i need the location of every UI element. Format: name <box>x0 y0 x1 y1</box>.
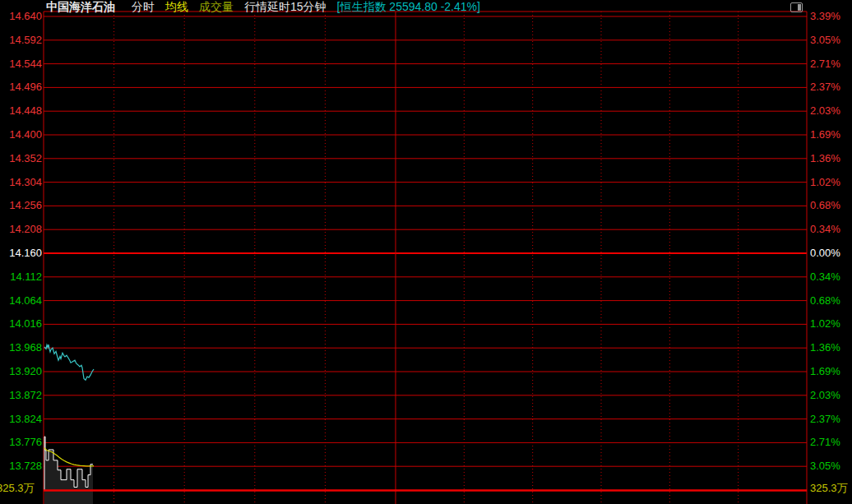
price-axis-label: 14.064 <box>9 295 42 307</box>
percent-axis-label: 1.69% <box>810 366 840 377</box>
price-axis-label: 14.112 <box>10 271 42 283</box>
price-axis-label: 14.016 <box>9 318 42 330</box>
price-axis-label: 14.544 <box>9 58 42 70</box>
tab-moving-average[interactable]: 均线 <box>165 0 188 13</box>
price-axis: 14.64014.59214.54414.49614.44814.40014.3… <box>0 0 42 504</box>
panel-toggle-icon-fill <box>798 4 801 11</box>
price-axis-label: 14.400 <box>9 129 42 141</box>
quote-delay-note: 行情延时15分钟 <box>244 0 326 13</box>
percent-axis-label: 2.37% <box>810 81 840 93</box>
volume-scale-label-left: 325.3万 <box>0 483 35 494</box>
price-axis-label: 13.920 <box>9 366 42 377</box>
volume-scale-label-right: 325.3万 <box>810 483 848 494</box>
percent-axis-label: 1.69% <box>810 129 840 141</box>
price-axis-label: 13.776 <box>9 437 42 448</box>
percent-axis-label: 2.03% <box>810 390 840 401</box>
price-axis-label: 14.304 <box>9 177 42 188</box>
price-axis-label: 14.592 <box>9 35 42 46</box>
price-axis-label: 13.968 <box>9 342 42 354</box>
stock-name: 中国海洋石油 <box>46 0 115 13</box>
percent-axis-label: 2.71% <box>810 437 840 448</box>
tab-intraday[interactable]: 分时 <box>132 0 155 13</box>
price-axis-label: 14.160 <box>9 247 42 259</box>
percent-axis-label: 2.37% <box>810 414 840 425</box>
percent-axis-label: 1.36% <box>810 153 840 164</box>
intraday-price-volume-chart[interactable] <box>0 0 852 504</box>
price-axis-label: 14.640 <box>9 11 42 22</box>
percent-axis-label: 0.34% <box>810 271 840 283</box>
percent-axis-label: 0.68% <box>810 200 840 211</box>
price-axis-label: 14.448 <box>9 105 42 117</box>
chart-header: 中国海洋石油 分时 均线 成交量 行情延时15分钟 [恒生指数 25594.80… <box>46 0 491 13</box>
percent-axis-label: 3.05% <box>810 460 840 472</box>
price-axis-label: 13.872 <box>9 390 42 401</box>
price-axis-label: 14.496 <box>9 81 42 93</box>
hang-seng-index-quote[interactable]: [恒生指数 25594.80 -2.41%] <box>337 0 480 13</box>
panel-toggle-icon[interactable] <box>790 2 803 12</box>
price-axis-label: 14.208 <box>9 224 42 235</box>
percent-axis-label: 1.02% <box>810 318 840 330</box>
percent-axis: 3.39%3.05%2.71%2.37%2.03%1.69%1.36%1.02%… <box>810 0 852 504</box>
percent-axis-label: 0.34% <box>810 224 840 235</box>
tab-volume[interactable]: 成交量 <box>199 0 234 13</box>
price-axis-label: 13.728 <box>9 460 42 472</box>
percent-axis-label: 0.68% <box>810 295 840 307</box>
percent-axis-label: 1.36% <box>810 342 840 354</box>
percent-axis-label: 3.39% <box>810 11 840 22</box>
price-axis-label: 14.256 <box>9 200 42 211</box>
percent-axis-label: 0.00% <box>810 247 840 259</box>
price-axis-label: 13.824 <box>9 414 42 425</box>
percent-axis-label: 3.05% <box>810 35 840 46</box>
intraday-chart-window: 中国海洋石油 分时 均线 成交量 行情延时15分钟 [恒生指数 25594.80… <box>0 0 852 504</box>
percent-axis-label: 2.03% <box>810 105 840 117</box>
percent-axis-label: 1.02% <box>810 177 840 188</box>
percent-axis-label: 2.71% <box>810 58 840 70</box>
price-axis-label: 14.352 <box>9 153 42 164</box>
